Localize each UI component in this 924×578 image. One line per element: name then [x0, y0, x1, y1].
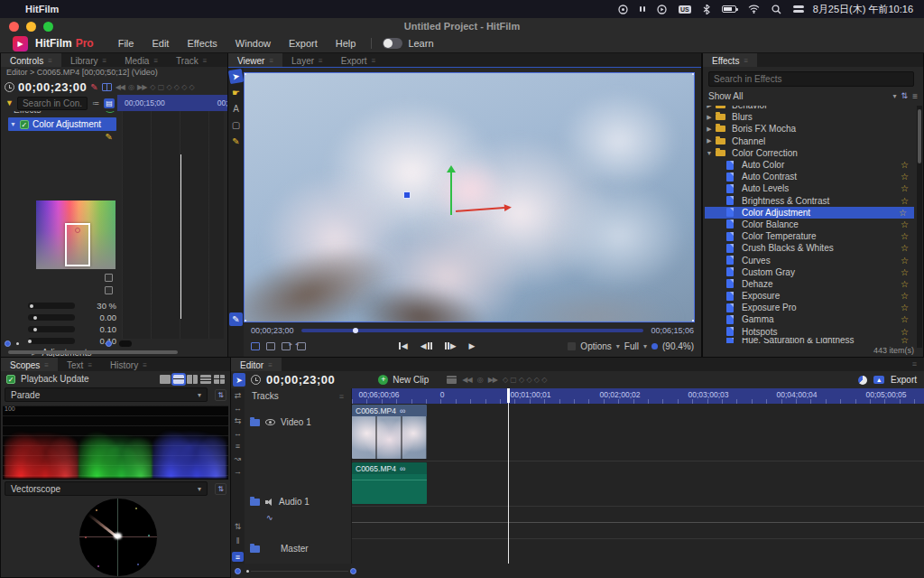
slider-handle[interactable] [33, 328, 37, 331]
list-layout-icon[interactable]: ≡ [912, 91, 918, 101]
scope-settings-icon[interactable]: ⇅ [215, 483, 226, 495]
panel-menu-icon[interactable]: ≡ [912, 359, 917, 371]
speaker-icon[interactable] [265, 499, 273, 506]
effect-item-row[interactable]: Dehaze ☆ [703, 278, 916, 290]
effect-item-row[interactable]: Gamma ☆ [703, 313, 916, 325]
tab-menu-icon[interactable]: ≡ [319, 57, 323, 65]
snap-tool-icon[interactable]: → [234, 467, 242, 476]
previous-frame-button[interactable]: ◀ [420, 341, 432, 350]
next-frame-button[interactable]: ▶ [445, 341, 457, 350]
effect-item-row[interactable]: Color Adjustment ☆ [705, 207, 914, 219]
mixer-icon[interactable]: ⇅ [235, 522, 242, 531]
favorite-star-icon[interactable]: ☆ [901, 279, 909, 289]
layout-hsplit-icon[interactable] [173, 375, 184, 384]
controls-timecode[interactable]: 00;00;23;00 [18, 80, 87, 94]
eye-icon[interactable] [106, 111, 115, 113]
tab-menu-icon[interactable]: ≡ [44, 361, 49, 369]
tab-menu-icon[interactable]: ≡ [88, 361, 92, 369]
slider-handle[interactable] [30, 304, 33, 308]
zoom-slider-thumb[interactable] [119, 340, 132, 347]
status-badge-icon[interactable] [618, 5, 628, 14]
tab-menu-icon[interactable]: ≡ [269, 57, 273, 65]
effect-enabled-checkbox[interactable]: ✓ [20, 120, 29, 129]
render-clock-icon[interactable] [858, 376, 867, 385]
bluetooth-icon[interactable] [703, 5, 710, 14]
scope-bottom-dropdown[interactable]: Vectorscope▾ [5, 481, 208, 496]
gizmo-y-axis-arrow[interactable] [450, 172, 452, 215]
favorite-star-icon[interactable]: ☆ [901, 183, 909, 193]
playback-update-checkbox[interactable]: ✓ [6, 375, 15, 384]
effect-item-row[interactable]: Exposure Pro ☆ [703, 302, 916, 313]
tab-scopes[interactable]: Scopes≡ [1, 358, 58, 371]
folder-arrow-icon[interactable] [703, 137, 716, 144]
layout-rows-icon[interactable] [200, 375, 211, 384]
track-header-audio1[interactable]: Audio 1 [245, 497, 351, 507]
tab-history[interactable]: History≡ [101, 358, 156, 371]
effects-group-row-clipped[interactable]: Effects [1, 111, 122, 117]
rate-stretch-tool-icon[interactable]: ↝ [235, 454, 242, 463]
color-gradient-picker[interactable] [36, 200, 116, 269]
play-circle-icon[interactable] [657, 5, 667, 14]
audio-fx-icon[interactable]: ∿ [266, 513, 273, 522]
scrubber-handle[interactable] [353, 328, 358, 333]
go-to-start-button[interactable]: ◀ [399, 341, 408, 350]
effects-search-input[interactable] [708, 71, 914, 87]
timeline-zoom-start-handle[interactable] [235, 568, 241, 574]
edit-timecode-icon[interactable]: ✎ [90, 82, 97, 92]
list-view-icon[interactable]: ≔ [90, 98, 101, 108]
favorite-star-icon[interactable]: ☆ [901, 196, 909, 206]
new-clip-button[interactable]: + New Clip [378, 375, 429, 385]
tab-menu-icon[interactable]: ≡ [103, 57, 107, 65]
folder-arrow-icon[interactable] [703, 114, 716, 121]
options-checkbox[interactable] [568, 342, 576, 350]
layout-single-icon[interactable] [160, 375, 171, 384]
tab-menu-icon[interactable]: ≡ [203, 57, 208, 65]
pen-tool[interactable]: ✎ [229, 135, 243, 148]
controls-mini-ruler[interactable]: 00;00;15;0000;0 [117, 95, 227, 111]
effect-item-row[interactable]: Color Temperature ☆ [703, 230, 916, 242]
favorite-star-icon[interactable]: ☆ [899, 208, 907, 218]
favorite-star-icon[interactable]: ☆ [901, 172, 909, 182]
folder-arrow-icon[interactable] [703, 150, 716, 156]
link-icon[interactable]: ∞ [400, 464, 405, 473]
next-keyframe-icon[interactable]: ▶▶ [137, 83, 146, 91]
timeline-playhead[interactable] [508, 388, 509, 564]
export-button[interactable]: Export [891, 375, 917, 385]
slide-tool-icon[interactable]: ≡ [236, 442, 240, 451]
detail-view-icon[interactable]: ▤ [104, 98, 115, 108]
effects-folder-row[interactable]: Boris FX Mocha [703, 123, 916, 135]
add-keyframe-icon[interactable]: ◎ [477, 376, 483, 384]
slip-tool-icon[interactable]: ↔ [234, 429, 242, 438]
tab-text[interactable]: Text≡ [58, 358, 101, 371]
tab-layer[interactable]: Layer≡ [282, 53, 332, 67]
menu-item[interactable]: Export [281, 36, 326, 51]
selection-handle[interactable] [692, 320, 695, 322]
slider-value[interactable]: 30 % [97, 301, 116, 311]
spotlight-icon[interactable] [772, 5, 781, 14]
effect-item-row[interactable]: Auto Color ☆ [703, 159, 916, 171]
ripple-tool-icon[interactable]: ↔ [234, 404, 242, 413]
video-frame[interactable] [244, 72, 695, 322]
slider-value[interactable]: 0.10 [100, 324, 117, 334]
menubar-clock[interactable]: 8月25日(木) 午前10:16 [813, 3, 913, 16]
folder-arrow-icon[interactable] [703, 126, 716, 133]
favorite-star-icon[interactable]: ☆ [901, 291, 909, 301]
zoom-level[interactable]: (90.4%) [662, 341, 694, 351]
track-size-icon[interactable]: ≡ [232, 552, 244, 562]
add-keyframe-icon[interactable]: ◎ [128, 83, 134, 91]
effect-item-row[interactable]: Hotspots ☆ [703, 326, 916, 338]
effect-item-row[interactable]: Hue, Saturation & Lightness ☆ [703, 338, 916, 343]
chevron-down-icon[interactable]: ▾ [893, 92, 897, 100]
favorite-star-icon[interactable]: ☆ [901, 338, 909, 343]
effects-folder-row[interactable]: Color Correction [703, 147, 916, 159]
menu-item[interactable]: File [110, 36, 143, 51]
options-dropdown[interactable]: Options [580, 341, 611, 351]
tab-track[interactable]: Track≡ [167, 53, 216, 67]
export-frame-icon[interactable] [282, 342, 291, 350]
slider-track[interactable] [28, 303, 75, 309]
tab-export[interactable]: Export≡ [332, 53, 385, 67]
slice-tool-icon[interactable]: ⇄ [235, 391, 242, 400]
favorite-star-icon[interactable]: ☆ [901, 231, 909, 241]
menu-item[interactable]: Effects [179, 36, 225, 51]
sort-icon[interactable]: ⇅ [901, 91, 909, 100]
